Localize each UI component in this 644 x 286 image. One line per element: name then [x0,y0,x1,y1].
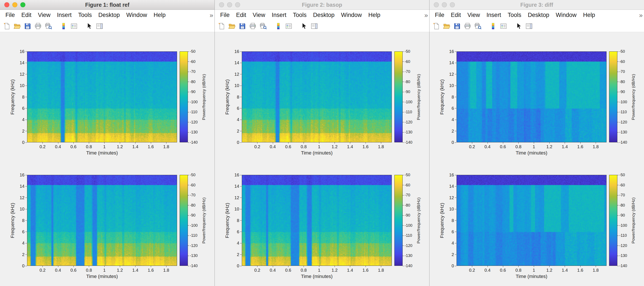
menu-item-tools[interactable]: Tools [75,12,95,19]
save-figure-icon[interactable] [453,22,461,30]
print-preview-icon[interactable] [474,22,482,30]
menu-item-window[interactable]: Window [552,12,580,19]
close-button[interactable] [4,3,9,7]
plot-tools-dock-icon[interactable] [525,22,533,30]
y-tick-label: 0 [22,263,24,268]
menu-item-desktop[interactable]: Desktop [310,12,338,19]
axes-box[interactable] [456,51,606,142]
x-tick-labels: 0.20.40.60.811.21.41.61.8 [456,142,606,149]
colorbar-label: Power/frequency (dB/Hz) [631,74,636,120]
colorbar-tick-label: -50 [190,49,196,54]
colorbar-tick-label: -110 [619,233,627,238]
menu-item-file[interactable]: File [432,12,448,19]
insert-legend-icon[interactable] [284,22,293,30]
insert-legend-icon[interactable] [499,22,508,30]
minimize-button[interactable] [227,3,232,7]
menu-item-edit[interactable]: Edit [448,12,464,19]
menu-item-file[interactable]: File [217,12,233,19]
x-tick-label: 0.4 [484,268,490,273]
save-figure-icon[interactable] [24,22,32,30]
colorbar-tick-label: -60 [190,59,196,64]
y-tick-label: 12 [234,195,239,200]
titlebar[interactable]: Figure 2: basop [215,0,429,10]
minimize-button[interactable] [12,3,17,7]
x-tick-label: 1.2 [117,144,123,149]
insert-colorbar-icon[interactable] [59,22,68,30]
save-figure-icon[interactable] [238,22,246,30]
x-tick-labels: 0.20.40.60.811.21.41.61.8 [27,142,177,149]
minimize-button[interactable] [442,3,447,7]
colorbar-tick-label: -80 [619,79,625,84]
open-file-icon[interactable] [442,22,451,30]
edit-plot-icon[interactable] [300,22,308,30]
menu-item-tools[interactable]: Tools [504,12,524,19]
print-preview-icon[interactable] [44,22,52,30]
insert-legend-icon[interactable] [70,22,78,30]
menu-item-insert[interactable]: Insert [268,12,290,19]
menu-item-file[interactable]: File [2,12,18,19]
x-tick-label: 1.6 [148,268,154,273]
x-tick-label: 0.2 [40,268,46,273]
edit-plot-icon[interactable] [85,22,93,30]
zoom-button[interactable] [450,3,455,7]
menu-item-window[interactable]: Window [338,12,365,19]
menu-item-help[interactable]: Help [150,12,169,19]
close-button[interactable] [219,3,224,7]
menu-item-view[interactable]: View [35,12,54,19]
print-figure-icon[interactable] [463,22,472,30]
menu-item-desktop[interactable]: Desktop [95,12,123,19]
axes-box[interactable] [456,175,606,266]
menu-overflow-chevron-icon[interactable]: » [424,12,428,19]
menu-overflow-chevron-icon[interactable]: » [210,12,213,19]
menu-item-edit[interactable]: Edit [18,12,35,19]
close-button[interactable] [434,3,439,7]
colorbar-tick-label: -120 [190,120,198,124]
axes-box[interactable] [27,175,177,266]
insert-colorbar-icon[interactable] [274,22,282,30]
insert-colorbar-icon[interactable] [489,22,497,30]
menu-item-view[interactable]: View [250,12,268,19]
axes-box[interactable] [242,175,392,266]
colorbar-label: Power/frequency (dB/Hz) [416,74,421,120]
y-tick-label: 2 [452,252,454,257]
titlebar[interactable]: Figure 1: float ref [0,0,214,10]
new-figure-icon[interactable] [432,22,440,30]
menu-item-desktop[interactable]: Desktop [524,12,552,19]
y-tick-label: 16 [449,173,454,178]
menu-item-help[interactable]: Help [365,12,384,19]
x-tick-label: 0.8 [86,144,92,149]
menu-item-insert[interactable]: Insert [54,12,75,19]
menu-item-insert[interactable]: Insert [483,12,504,19]
plot-tools-dock-icon[interactable] [95,22,104,30]
menu-overflow-chevron-icon[interactable]: » [639,12,643,19]
spectrogram-plot: Frequency (kHz) 1614121086420 0.20.40.60… [430,175,644,266]
new-figure-icon[interactable] [2,22,11,30]
plot-tools-dock-icon[interactable] [310,22,318,30]
print-figure-icon[interactable] [34,22,42,30]
axes-box[interactable] [27,51,177,142]
x-tick-label: 1.4 [132,144,138,149]
axes-box[interactable] [242,51,392,142]
menu-item-help[interactable]: Help [580,12,598,19]
menu-item-view[interactable]: View [464,12,483,19]
menu-item-edit[interactable]: Edit [233,12,250,19]
open-file-icon[interactable] [13,22,21,30]
edit-plot-icon[interactable] [514,22,523,30]
x-tick-label: 1.6 [362,268,368,273]
colorbar-tick-label: -60 [619,59,625,64]
print-preview-icon[interactable] [259,22,267,30]
window-title: Figure 3: diff [520,2,553,8]
colorbar [180,51,188,142]
menu-item-window[interactable]: Window [123,12,150,19]
x-tick-label: 0.8 [300,268,306,273]
zoom-button[interactable] [20,3,25,7]
print-figure-icon[interactable] [248,22,257,30]
zoom-button[interactable] [235,3,240,7]
colorbar-tick-label: -80 [190,203,196,207]
colorbar-tick-label: -130 [190,130,198,134]
titlebar[interactable]: Figure 3: diff [430,0,644,10]
new-figure-icon[interactable] [217,22,226,30]
open-file-icon[interactable] [228,22,236,30]
colorbar-tick-label: -140 [619,264,627,268]
menu-item-tools[interactable]: Tools [290,12,310,19]
